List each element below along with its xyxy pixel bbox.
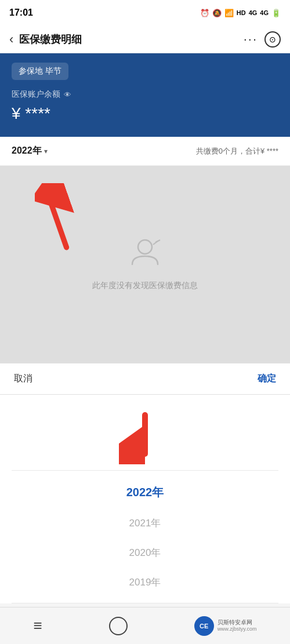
action-bar: 取消 确定 (0, 363, 290, 395)
logo-url: www.zjbstyy.com (217, 626, 257, 633)
mute-icon: 🔕 (212, 9, 222, 17)
network-hd: HD (237, 9, 246, 16)
year-selector[interactable]: 2022年 ▾ (12, 145, 48, 157)
dropdown-arrow-icon: ▾ (44, 147, 48, 155)
location-value: 毕节 (45, 66, 61, 77)
status-time: 17:01 (9, 8, 33, 18)
logo-icon: CE (194, 616, 214, 636)
balance-label-text: 医保账户余额 (12, 89, 60, 100)
arrow-down-indicator (0, 395, 290, 470)
location-row: 参保地 毕节 (12, 63, 68, 80)
network-4g-2: 4G (260, 9, 269, 16)
network-4g-1: 4G (249, 9, 258, 16)
cancel-button[interactable]: 取消 (14, 373, 32, 385)
eye-icon[interactable]: 👁 (64, 90, 71, 99)
year-picker: 2022年 2021年 2020年 2019年 (0, 395, 290, 603)
wifi-icon: 📶 (224, 9, 234, 17)
year-item-2021[interactable]: 2021年 (0, 508, 290, 538)
home-icon (109, 617, 128, 635)
scan-icon: ⊙ (269, 35, 276, 44)
logo-site-name: 贝斯特安卓网 (217, 618, 257, 626)
battery-icon: 🔋 (271, 9, 281, 17)
more-button[interactable]: ··· (244, 32, 258, 47)
payment-summary: 共缴费0个月，合计¥ **** (196, 146, 278, 157)
svg-point-2 (138, 240, 152, 254)
status-icons: ⏰ 🔕 📶 HD 4G 4G 🔋 (200, 9, 281, 17)
confirm-button[interactable]: 确定 (258, 373, 276, 385)
year-item-2020[interactable]: 2020年 (0, 538, 290, 567)
selected-year: 2022年 (12, 145, 42, 157)
content-area: 此年度没有发现医保缴费信息 (0, 166, 290, 363)
menu-button[interactable]: ≡ (33, 617, 42, 635)
logo-text: CE (200, 623, 208, 630)
year-filter-row: 2022年 ▾ 共缴费0个月，合计¥ **** (0, 137, 290, 166)
balance-amount: ¥ **** (12, 104, 278, 123)
nav-bar: ‹ 医保缴费明细 ··· ⊙ (0, 26, 290, 53)
back-button[interactable]: ‹ (9, 32, 13, 47)
home-button[interactable] (109, 617, 128, 635)
arrow-up-indicator (35, 183, 93, 255)
picker-divider-bottom (12, 603, 278, 603)
location-label: 参保地 (19, 66, 43, 77)
scan-button[interactable]: ⊙ (264, 31, 281, 48)
page-title: 医保缴费明细 (19, 32, 243, 46)
alarm-icon: ⏰ (200, 9, 209, 17)
status-bar: 17:01 ⏰ 🔕 📶 HD 4G 4G 🔋 (0, 0, 290, 26)
bottom-nav: ≡ CE 贝斯特安卓网 www.zjbstyy.com (0, 607, 290, 644)
balance-label: 医保账户余额 👁 (12, 89, 278, 100)
logo-area: CE 贝斯特安卓网 www.zjbstyy.com (194, 616, 257, 636)
empty-icon (128, 238, 162, 274)
empty-text: 此年度没有发现医保缴费信息 (92, 281, 198, 291)
svg-line-1 (48, 194, 66, 247)
blue-header: 参保地 毕节 医保账户余额 👁 ¥ **** (0, 53, 290, 137)
year-list: 2022年 2021年 2020年 2019年 (0, 471, 290, 603)
year-item-2022[interactable]: 2022年 (0, 476, 290, 508)
year-item-2019[interactable]: 2019年 (0, 567, 290, 597)
menu-icon: ≡ (33, 617, 42, 635)
